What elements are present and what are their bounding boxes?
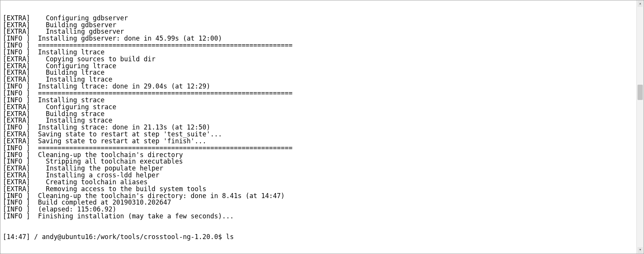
- prompt-time-close: ]: [26, 233, 34, 241]
- scroll-up-button[interactable]: ▴: [637, 1, 643, 7]
- log-tag: EXTRA: [3, 186, 30, 193]
- prompt-command[interactable]: ls: [226, 233, 234, 241]
- scroll-thumb[interactable]: [637, 85, 643, 100]
- vertical-scrollbar[interactable]: ▴ ▾: [636, 0, 644, 254]
- log-tag: INFO: [3, 97, 30, 104]
- log-tag: INFO: [3, 213, 30, 220]
- log-line: INFO Finishing installation (may take a …: [3, 213, 636, 220]
- shell-prompt-line: [14:47] / andy@ubuntu16:/work/tools/cros…: [3, 234, 636, 241]
- terminal-output[interactable]: EXTRA Configuring gdbserverEXTRA Buildin…: [0, 0, 637, 254]
- log-tag: EXTRA: [3, 15, 30, 22]
- log-message: Finishing installation (may take a few s…: [34, 212, 234, 220]
- terminal-window: EXTRA Configuring gdbserverEXTRA Buildin…: [0, 0, 644, 254]
- prompt-status: /: [34, 233, 38, 241]
- prompt-time-open: [: [3, 233, 7, 241]
- prompt-time: 14:47: [7, 233, 26, 241]
- log-tag: EXTRA: [3, 104, 30, 111]
- prompt-cwd: /work/tools/crosstool-ng-1.20.0: [97, 233, 218, 241]
- prompt-user-host: andy@ubuntu16: [42, 233, 93, 241]
- scroll-down-button[interactable]: ▾: [637, 247, 643, 253]
- log-tag: INFO: [3, 145, 30, 152]
- log-tag: EXTRA: [3, 56, 30, 63]
